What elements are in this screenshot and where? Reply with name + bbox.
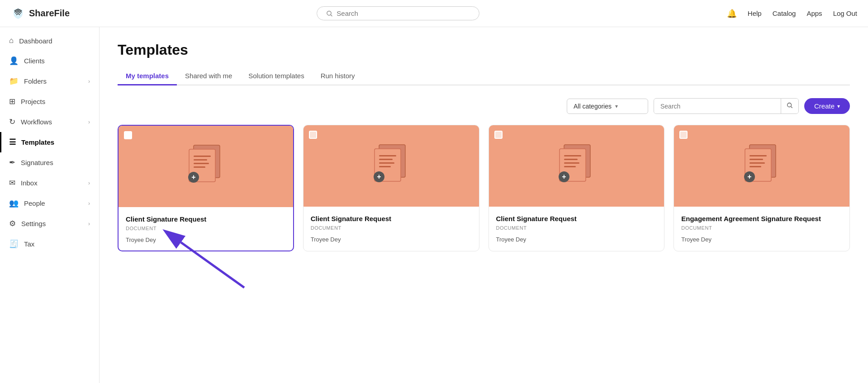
chevron-down-icon: ▾ xyxy=(837,103,840,109)
tab-run-history[interactable]: Run history xyxy=(313,67,363,85)
tab-shared-with-me[interactable]: Shared with me xyxy=(177,67,240,85)
sidebar-label-clients: Clients xyxy=(24,57,45,65)
tab-my-templates[interactable]: My templates xyxy=(118,67,177,85)
svg-text:+: + xyxy=(377,173,381,180)
svg-rect-13 xyxy=(379,159,393,160)
help-link[interactable]: Help xyxy=(748,9,762,17)
doc-icon-2: + xyxy=(556,142,597,189)
card-checkbox-3[interactable] xyxy=(679,131,688,139)
users-icon: 👥 xyxy=(9,199,19,208)
card-title-0: Client Signature Request xyxy=(126,214,286,224)
card-checkbox-0[interactable] xyxy=(124,131,132,139)
apps-link[interactable]: Apps xyxy=(806,9,822,17)
card-type-0: DOCUMENT xyxy=(126,226,286,231)
sidebar-label-workflows: Workflows xyxy=(21,118,52,126)
logo-text: ShareFile xyxy=(29,8,70,19)
main-content: Templates My templates Shared with me So… xyxy=(100,27,868,383)
topbar-nav: 🔔 Help Catalog Apps Log Out xyxy=(727,9,857,19)
svg-text:+: + xyxy=(562,173,566,180)
person-icon: 👤 xyxy=(9,56,19,66)
chevron-right-icon: › xyxy=(88,221,90,227)
sidebar-item-workflows[interactable]: ↻ Workflows › xyxy=(0,112,99,132)
template-search-input[interactable] xyxy=(654,99,781,113)
sidebar-item-tax[interactable]: 🧾 Tax xyxy=(0,234,99,254)
card-thumbnail-1: + xyxy=(304,125,479,207)
layout: ⌂ Dashboard 👤 Clients 📁 Folders › ⊞ Proj… xyxy=(0,27,868,383)
home-icon: ⌂ xyxy=(9,36,14,45)
sidebar-label-signatures: Signatures xyxy=(21,159,53,166)
svg-rect-14 xyxy=(379,162,394,164)
global-search-input[interactable] xyxy=(337,9,470,17)
sidebar-label-templates: Templates xyxy=(21,138,54,146)
sidebar-label-projects: Projects xyxy=(21,98,45,105)
grid-icon: ⊞ xyxy=(9,97,15,106)
card-author-1: Troyee Dey xyxy=(311,236,472,243)
tabs-bar: My templates Shared with me Solution tem… xyxy=(118,67,850,85)
chevron-right-icon: › xyxy=(88,200,90,207)
chevron-right-icon: › xyxy=(88,119,90,125)
sidebar-label-people: People xyxy=(24,199,45,207)
template-search-box[interactable] xyxy=(654,98,799,114)
cards-area: + Client Signature Request DOCUMENT Troy… xyxy=(118,125,850,251)
card-author-3: Troyee Dey xyxy=(681,236,842,243)
doc-icon-3: + xyxy=(741,142,782,189)
gear-icon: ⚙ xyxy=(9,219,16,228)
sidebar-item-inbox[interactable]: ✉ Inbox › xyxy=(0,173,99,193)
create-button[interactable]: Create ▾ xyxy=(804,98,850,114)
svg-rect-30 xyxy=(749,162,765,164)
template-card-0[interactable]: + Client Signature Request DOCUMENT Troy… xyxy=(118,125,294,251)
card-info-2: Client Signature Request DOCUMENT Troyee… xyxy=(489,207,664,250)
sidebar-label-dashboard: Dashboard xyxy=(19,37,52,45)
tab-solution-templates[interactable]: Solution templates xyxy=(240,67,312,85)
doc-icon-0: + xyxy=(185,143,226,190)
refresh-icon: ↻ xyxy=(9,117,15,127)
card-type-1: DOCUMENT xyxy=(311,225,472,231)
template-card-3[interactable]: + Engagement Agreement Signature Request… xyxy=(674,125,850,251)
sidebar-item-folders[interactable]: 📁 Folders › xyxy=(0,71,99,91)
svg-rect-6 xyxy=(194,163,209,164)
sidebar-item-projects[interactable]: ⊞ Projects xyxy=(0,91,99,112)
topbar: ShareFile 🔔 Help Catalog Apps Log Out xyxy=(0,0,868,27)
sidebar-item-templates[interactable]: ☰ Templates xyxy=(0,132,99,152)
card-title-1: Client Signature Request xyxy=(311,214,472,223)
pen-icon: ✒ xyxy=(9,158,15,167)
sidebar-label-settings: Settings xyxy=(21,220,46,227)
mail-icon: ✉ xyxy=(9,178,15,188)
template-card-2[interactable]: + Client Signature Request DOCUMENT Troy… xyxy=(489,125,665,251)
svg-text:+: + xyxy=(191,173,195,181)
file-icon: ☰ xyxy=(9,137,16,147)
svg-rect-7 xyxy=(194,166,205,168)
catalog-link[interactable]: Catalog xyxy=(773,9,796,17)
category-dropdown[interactable]: All categories ▾ xyxy=(567,99,648,114)
card-type-2: DOCUMENT xyxy=(496,225,657,231)
card-checkbox-2[interactable] xyxy=(494,131,503,139)
sidebar-item-clients[interactable]: 👤 Clients xyxy=(0,51,99,71)
card-type-3: DOCUMENT xyxy=(681,225,842,231)
sidebar-item-signatures[interactable]: ✒ Signatures xyxy=(0,152,99,173)
notification-bell-icon[interactable]: 🔔 xyxy=(727,9,737,19)
svg-rect-31 xyxy=(749,166,761,167)
templates-grid: + Client Signature Request DOCUMENT Troy… xyxy=(118,125,850,251)
card-info-3: Engagement Agreement Signature Request D… xyxy=(674,207,849,250)
card-title-3: Engagement Agreement Signature Request xyxy=(681,214,842,223)
template-search-button[interactable] xyxy=(781,99,798,113)
logout-link[interactable]: Log Out xyxy=(833,9,857,17)
svg-rect-12 xyxy=(379,155,396,156)
folder-icon: 📁 xyxy=(9,76,19,86)
card-checkbox-1[interactable] xyxy=(309,131,317,139)
logo[interactable]: ShareFile xyxy=(11,6,70,21)
svg-rect-20 xyxy=(564,155,581,156)
page-title: Templates xyxy=(118,42,850,58)
svg-rect-15 xyxy=(379,166,391,167)
template-card-1[interactable]: + Client Signature Request DOCUMENT Troy… xyxy=(303,125,479,251)
chevron-right-icon: › xyxy=(88,78,90,85)
create-button-label: Create xyxy=(814,102,835,110)
card-info-1: Client Signature Request DOCUMENT Troyee… xyxy=(304,207,479,250)
svg-text:+: + xyxy=(747,173,751,180)
sidebar-item-settings[interactable]: ⚙ Settings › xyxy=(0,213,99,234)
search-icon xyxy=(326,10,333,17)
sidebar-item-dashboard[interactable]: ⌂ Dashboard xyxy=(0,31,99,51)
sidebar-item-people[interactable]: 👥 People › xyxy=(0,193,99,213)
global-search-bar[interactable] xyxy=(317,6,479,20)
sidebar: ⌂ Dashboard 👤 Clients 📁 Folders › ⊞ Proj… xyxy=(0,27,100,383)
